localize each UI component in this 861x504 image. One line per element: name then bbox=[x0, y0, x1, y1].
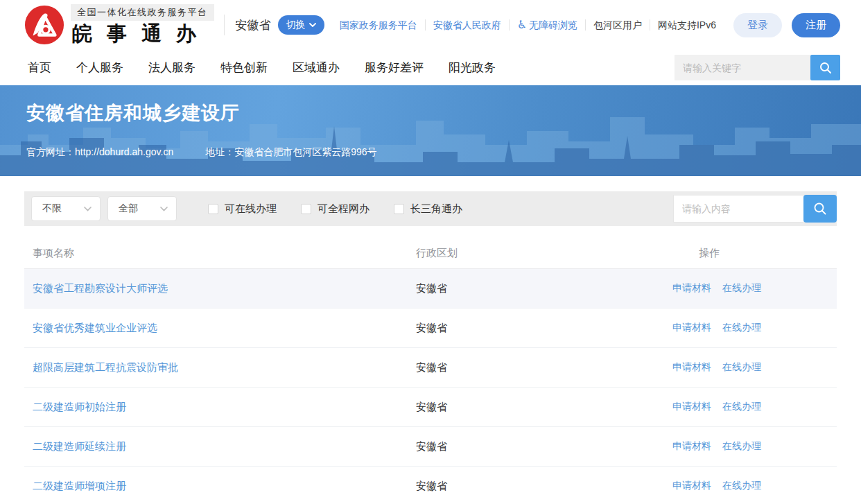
apply-materials-link[interactable]: 申请材料 bbox=[672, 282, 711, 295]
apply-materials-link[interactable]: 申请材料 bbox=[672, 480, 711, 492]
row-actions: 申请材料 在线办理 bbox=[672, 440, 837, 453]
checkbox-full-online[interactable]: 可全程网办 bbox=[301, 202, 369, 216]
header-search bbox=[675, 55, 840, 80]
link-national-platform[interactable]: 国家政务服务平台 bbox=[332, 19, 426, 31]
nav-item-home[interactable]: 首页 bbox=[28, 61, 51, 74]
department-website: 官方网址：http://dohurd.ah.gov.cn bbox=[26, 146, 173, 159]
service-region: 安徽省 bbox=[416, 361, 672, 374]
table-row: 二级建造师增项注册 安徽省 申请材料 在线办理 bbox=[24, 467, 837, 504]
nav-item-featured[interactable]: 特色创新 bbox=[220, 61, 268, 74]
table-row: 安徽省优秀建筑业企业评选 安徽省 申请材料 在线办理 bbox=[24, 309, 837, 348]
service-region: 安徽省 bbox=[416, 282, 672, 295]
apply-materials-link[interactable]: 申请材料 bbox=[672, 440, 711, 453]
site-logo[interactable]: 全国一体化在线政务服务平台 皖事通办 bbox=[24, 4, 214, 45]
search-icon bbox=[819, 61, 833, 75]
link-accessibility[interactable]: ♿ 无障碍浏览 bbox=[510, 19, 586, 31]
register-button[interactable]: 注册 bbox=[792, 13, 840, 37]
header-search-button[interactable] bbox=[810, 55, 840, 80]
nav-item-transparency[interactable]: 阳光政务 bbox=[449, 61, 496, 74]
chevron-down-icon bbox=[309, 23, 316, 27]
brand-title: 皖事通办 bbox=[72, 22, 214, 45]
checkbox-icon bbox=[208, 204, 218, 214]
row-actions: 申请材料 在线办理 bbox=[672, 282, 837, 295]
service-link[interactable]: 二级建造师增项注册 bbox=[24, 480, 416, 493]
service-region: 安徽省 bbox=[416, 440, 672, 453]
online-handle-link[interactable]: 在线办理 bbox=[722, 322, 761, 334]
login-button[interactable]: 登录 bbox=[733, 13, 782, 37]
filter-bar: 不限 全部 可在线办理 可全程网办 长三角通办 bbox=[24, 191, 837, 226]
online-handle-link[interactable]: 在线办理 bbox=[722, 361, 761, 374]
apply-materials-link[interactable]: 申请材料 bbox=[672, 322, 711, 334]
logo-text: 全国一体化在线政务服务平台 皖事通办 bbox=[71, 4, 214, 45]
nav-list: 首页 个人服务 法人服务 特色创新 区域通办 服务好差评 阳光政务 bbox=[28, 60, 521, 76]
service-link[interactable]: 安徽省优秀建筑业企业评选 bbox=[24, 322, 416, 335]
search-icon bbox=[812, 201, 828, 216]
apply-materials-link[interactable]: 申请材料 bbox=[672, 401, 711, 413]
main-nav: 首页 个人服务 法人服务 特色创新 区域通办 服务好差评 阳光政务 bbox=[0, 50, 861, 85]
checkbox-yangtze-delta[interactable]: 长三角通办 bbox=[394, 202, 462, 216]
nav-item-regional[interactable]: 区域通办 bbox=[293, 61, 340, 74]
service-link[interactable]: 安徽省工程勘察设计大师评选 bbox=[24, 282, 416, 295]
platform-tag: 全国一体化在线政务服务平台 bbox=[71, 4, 214, 21]
region-filter-value: 不限 bbox=[42, 202, 62, 215]
accessibility-label: 无障碍浏览 bbox=[529, 19, 577, 31]
apply-materials-link[interactable]: 申请材料 bbox=[672, 361, 711, 374]
category-filter-value: 全部 bbox=[119, 202, 138, 215]
list-search bbox=[673, 195, 837, 223]
header-divider bbox=[224, 15, 225, 35]
row-actions: 申请材料 在线办理 bbox=[672, 322, 837, 334]
table-row: 二级建造师初始注册 安徽省 申请材料 在线办理 bbox=[24, 388, 837, 427]
service-link[interactable]: 超限高层建筑工程抗震设防审批 bbox=[24, 361, 416, 374]
checkbox-online-handling[interactable]: 可在线办理 bbox=[208, 202, 277, 216]
service-link[interactable]: 二级建造师延续注册 bbox=[24, 440, 416, 453]
checkbox-label: 可在线办理 bbox=[225, 202, 277, 216]
checkbox-icon bbox=[394, 204, 404, 214]
region-switch-button[interactable]: 切换 bbox=[278, 15, 324, 35]
nav-item-feedback[interactable]: 服务好差评 bbox=[365, 61, 424, 74]
col-header-actions: 操作 bbox=[672, 247, 837, 260]
service-link[interactable]: 二级建造师初始注册 bbox=[24, 401, 416, 414]
checkbox-icon bbox=[301, 204, 311, 214]
col-header-name: 事项名称 bbox=[24, 247, 416, 260]
online-handle-link[interactable]: 在线办理 bbox=[722, 480, 761, 492]
row-actions: 申请材料 在线办理 bbox=[672, 480, 837, 492]
logo-icon bbox=[24, 5, 64, 45]
checkbox-label: 可全程网办 bbox=[318, 202, 369, 216]
row-actions: 申请材料 在线办理 bbox=[672, 401, 837, 413]
switch-label: 切换 bbox=[286, 19, 306, 31]
nav-item-corporate[interactable]: 法人服务 bbox=[148, 61, 195, 74]
department-title: 安徽省住房和城乡建设厅 bbox=[0, 85, 861, 125]
checkbox-label: 长三角通办 bbox=[410, 202, 462, 216]
table-row: 安徽省工程勘察设计大师评选 安徽省 申请材料 在线办理 bbox=[24, 269, 837, 309]
region-filter-select[interactable]: 不限 bbox=[31, 196, 101, 221]
online-handle-link[interactable]: 在线办理 bbox=[722, 440, 761, 453]
chevron-down-icon bbox=[160, 207, 168, 211]
top-header: 全国一体化在线政务服务平台 皖事通办 安徽省 切换 国家政务服务平台 安徽省人民… bbox=[0, 0, 861, 50]
col-header-region: 行政区划 bbox=[416, 247, 672, 260]
service-region: 安徽省 bbox=[416, 322, 672, 335]
services-table: 事项名称 行政区划 操作 安徽省工程勘察设计大师评选 安徽省 申请材料 在线办理… bbox=[24, 226, 837, 504]
wheelchair-icon: ♿ bbox=[517, 19, 527, 31]
link-anhui-gov[interactable]: 安徽省人民政府 bbox=[426, 19, 510, 31]
chevron-down-icon bbox=[84, 207, 92, 211]
department-info: 官方网址：http://dohurd.ah.gov.cn 地址：安徽省合肥市包河… bbox=[0, 125, 861, 159]
table-row: 二级建造师延续注册 安徽省 申请材料 在线办理 bbox=[24, 427, 837, 467]
table-row: 超限高层建筑工程抗震设防审批 安徽省 申请材料 在线办理 bbox=[24, 348, 837, 388]
link-baohe-user[interactable]: 包河区用户 bbox=[586, 19, 650, 31]
list-search-input[interactable] bbox=[673, 195, 803, 223]
service-region: 安徽省 bbox=[416, 401, 672, 414]
department-banner: 安徽省住房和城乡建设厅 官方网址：http://dohurd.ah.gov.cn… bbox=[0, 85, 861, 176]
nav-item-personal[interactable]: 个人服务 bbox=[76, 61, 123, 74]
online-handle-link[interactable]: 在线办理 bbox=[722, 282, 761, 295]
top-links: 国家政务服务平台 安徽省人民政府 ♿ 无障碍浏览 包河区用户 网站支持IPv6 bbox=[332, 19, 724, 31]
row-actions: 申请材料 在线办理 bbox=[672, 361, 837, 374]
service-region: 安徽省 bbox=[416, 480, 672, 493]
list-search-button[interactable] bbox=[803, 195, 837, 223]
header-search-input[interactable] bbox=[675, 55, 810, 80]
link-ipv6[interactable]: 网站支持IPv6 bbox=[650, 19, 724, 31]
department-address: 地址：安徽省合肥市包河区紫云路996号 bbox=[205, 146, 376, 159]
online-handle-link[interactable]: 在线办理 bbox=[722, 401, 761, 413]
table-header: 事项名称 行政区划 操作 bbox=[24, 226, 837, 269]
category-filter-select[interactable]: 全部 bbox=[107, 196, 177, 221]
region-label: 安徽省 bbox=[236, 17, 271, 33]
